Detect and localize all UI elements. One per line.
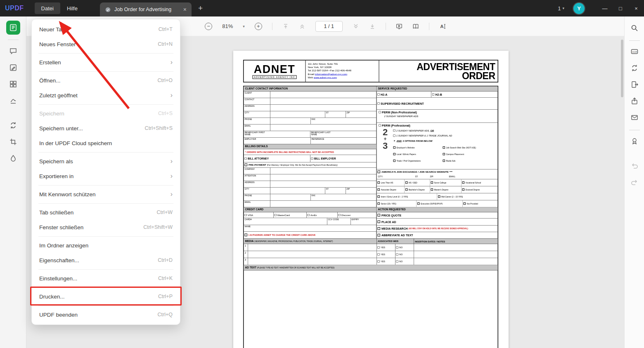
document-tab[interactable]: Job Order for Advertising × xyxy=(100,2,192,16)
checkbox-local-ethnic xyxy=(393,153,396,155)
search-icon[interactable] xyxy=(628,21,641,35)
menu-item-kennwort-schuetzen[interactable]: Mit Kennwort schützen› xyxy=(32,187,180,202)
menu-item-im-ordner-anzeigen[interactable]: Im Ordner anzeigen xyxy=(32,238,180,253)
titlebar: UPDF Datei Hilfe Job Order for Advertisi… xyxy=(0,0,644,16)
menu-item-speichern-als[interactable]: Speichern als› xyxy=(32,154,180,169)
updf-window: UPDF Datei Hilfe Job Order for Advertisi… xyxy=(0,0,644,348)
form-title: ADVERTISEMENT ORDER xyxy=(379,61,498,82)
zoom-dropdown-icon[interactable]: ▾ xyxy=(243,24,245,28)
convert-tool-icon[interactable] xyxy=(6,118,20,132)
checkbox-radio-ads xyxy=(443,160,445,162)
checkbox-bill-employer xyxy=(311,158,313,160)
watermark-tool-icon[interactable] xyxy=(6,151,20,165)
agency-address: 111 John Street, Suite 701 New York, NY … xyxy=(306,61,379,82)
menu-item-fenster-schliessen[interactable]: Fenster schließenCtrl+Shift+W xyxy=(32,220,180,235)
share-icon[interactable] xyxy=(628,94,641,108)
document-tab-icon xyxy=(105,7,111,13)
divider xyxy=(629,40,640,41)
divider xyxy=(386,23,386,30)
tab-title: Job Order for Advertising xyxy=(114,7,180,12)
zoom-in-button[interactable]: + xyxy=(255,23,262,30)
divider xyxy=(272,23,272,30)
maximize-button[interactable]: □ xyxy=(613,0,628,16)
checkbox-abbreviate xyxy=(378,234,381,237)
menu-item-zuletzt-geoeffnet[interactable]: Zuletzt geöffnet› xyxy=(32,88,180,103)
close-button[interactable]: × xyxy=(628,0,644,16)
vertical-scrollbar[interactable] xyxy=(621,40,623,97)
checkbox-media-research xyxy=(378,227,381,230)
checkbox-mastercard xyxy=(275,214,277,216)
checkbox-discover xyxy=(339,214,341,216)
menu-item-erstellen[interactable]: Erstellen› xyxy=(32,55,180,70)
organize-pages-icon[interactable] xyxy=(6,77,20,91)
menu-item-exportieren-in[interactable]: Exportieren in› xyxy=(32,169,180,183)
submenu-chevron-icon: › xyxy=(170,158,173,165)
seal-icon[interactable] xyxy=(628,134,641,148)
page-layout-button[interactable] xyxy=(412,23,419,30)
menu-item-speichern-unter[interactable]: Speichern unter...Ctrl+Shift+S xyxy=(32,121,180,136)
checkbox-vocational xyxy=(462,181,465,184)
zoom-out-button[interactable]: − xyxy=(205,23,212,30)
reader-tool-icon[interactable] xyxy=(6,21,20,35)
checkbox-web-no-2 xyxy=(396,253,398,255)
menu-item-neues-fenster[interactable]: Neues FensterCtrl+N xyxy=(32,37,180,52)
text-select-button[interactable]: A xyxy=(439,23,446,30)
checkbox-web-yes-1 xyxy=(378,246,380,248)
pdf-page[interactable]: ADNET ADVERTISING AGENCY INC 111 John St… xyxy=(233,51,509,348)
next-page-button[interactable] xyxy=(353,23,359,30)
checkbox-perm-nonprofessional xyxy=(379,111,381,113)
file-menu: Neuer TabCtrl+T Neues FensterCtrl+N Erst… xyxy=(31,19,180,325)
menu-item-eigenschaften[interactable]: Eigenschaften...Ctrl+D xyxy=(32,253,180,268)
menu-item-oeffnen[interactable]: Öffnen...Ctrl+O xyxy=(32,73,180,88)
checkbox-h2b xyxy=(432,93,434,95)
extract-page-icon[interactable] xyxy=(628,78,641,91)
menu-separator xyxy=(38,71,173,72)
redo-icon[interactable] xyxy=(628,176,641,189)
email-link: information@adnet-nyc.com xyxy=(315,73,347,75)
perm-2-plus-3: 2 + 3 xyxy=(378,128,393,164)
comment-tool-icon[interactable] xyxy=(6,44,20,58)
menu-item-updf-cloud[interactable]: In der UPDF Cloud speichern xyxy=(32,136,180,150)
right-toolbar: OCR xyxy=(624,16,644,348)
menu-item-drucken[interactable]: Drucken...Ctrl+P xyxy=(32,289,180,304)
tab-close-icon[interactable]: × xyxy=(183,6,187,13)
aje-block: AMERICA'S JOB EXCHANGE / JOB SEARCH WEBS… xyxy=(377,169,498,207)
checkbox-aje xyxy=(378,170,381,173)
menu-item-updf-beenden[interactable]: UPDF beendenCtrl+Q xyxy=(32,307,180,322)
web-link: www.adnet-nyc.com xyxy=(314,76,337,79)
page-indicator[interactable]: 1 / 1 xyxy=(315,21,343,32)
crop-tool-icon[interactable] xyxy=(6,135,20,149)
avatar[interactable]: Y xyxy=(573,3,585,14)
ocr-icon[interactable]: OCR xyxy=(628,45,641,58)
chevron-down-icon: ▾ xyxy=(562,6,564,10)
undo-icon[interactable] xyxy=(628,159,641,172)
section-media: MEDIA(NEWSPAPER, MAGAZINE, PROFESSIONAL … xyxy=(244,239,498,244)
presentation-mode-button[interactable] xyxy=(396,23,402,30)
fill-sign-icon[interactable] xyxy=(6,94,20,108)
new-tab-button[interactable]: + xyxy=(198,4,203,13)
aje-city-line: CITY: ST: ZIP: EMAIL: xyxy=(377,174,498,179)
menu-separator xyxy=(38,152,173,153)
menu-item-tab-schliessen[interactable]: Tab schließenCtrl+W xyxy=(32,205,180,220)
previous-page-button[interactable] xyxy=(299,23,305,30)
first-page-button[interactable] xyxy=(282,23,289,30)
mail-icon[interactable] xyxy=(628,111,641,124)
checkbox-senior xyxy=(378,202,380,205)
convert-icon[interactable] xyxy=(628,61,641,75)
menu-item-einstellungen[interactable]: Einstellungen...Ctrl+K xyxy=(32,271,180,286)
svg-text:OCR: OCR xyxy=(632,51,637,53)
menu-item-neuer-tab[interactable]: Neuer TabCtrl+T xyxy=(32,22,180,37)
updf-logo: UPDF xyxy=(5,5,24,12)
checkbox-amex xyxy=(308,214,310,216)
menu-datei[interactable]: Datei xyxy=(35,2,60,14)
edit-tool-icon[interactable] xyxy=(6,61,20,75)
checkbox-mid-career xyxy=(438,195,440,198)
minimize-button[interactable]: — xyxy=(597,0,613,16)
menu-hilfe[interactable]: Hilfe xyxy=(60,2,84,14)
page-count-dropdown[interactable]: 1 ▾ xyxy=(558,5,564,12)
section-ad-text: AD TEXT (PLEASE TYPE AD TEXT. HANDWRITTE… xyxy=(244,265,498,270)
checkbox-web-yes-2 xyxy=(378,253,380,255)
checkbox-associate xyxy=(378,188,380,191)
checkbox-supervised xyxy=(378,102,380,104)
last-page-button[interactable] xyxy=(369,23,376,30)
